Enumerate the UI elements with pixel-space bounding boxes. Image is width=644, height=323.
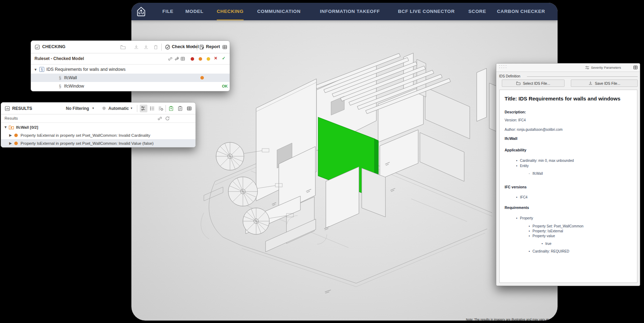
applicability-sub-item: IfcWall bbox=[532, 172, 632, 175]
requirement-sub: Property value bbox=[532, 234, 632, 238]
link-icon[interactable] bbox=[157, 116, 162, 121]
report-icon bbox=[199, 44, 205, 50]
folder-issues-icon bbox=[9, 125, 14, 129]
issue-label: Property IsExternal in property set Pset… bbox=[21, 141, 154, 145]
view-list-toggle[interactable] bbox=[150, 106, 155, 111]
nav-tab-bcf-live-connector[interactable]: BCF LIVE CONNECTOR bbox=[398, 3, 455, 20]
severity-parameters-button[interactable]: Severity Parameters bbox=[591, 66, 621, 69]
check-model-dropdown-caret[interactable]: ▾ bbox=[192, 45, 194, 48]
checking-panel: CHECKING Check Model ▾ Report Ruleset - … bbox=[31, 40, 230, 91]
layout-grid-icon[interactable] bbox=[222, 44, 228, 50]
rule-icon: § bbox=[59, 75, 61, 80]
refresh-icon[interactable] bbox=[165, 116, 170, 121]
results-section-label: Results bbox=[5, 116, 18, 120]
toolbar-divider bbox=[197, 44, 197, 51]
ruleset-root-row[interactable]: ▼ § IDS Requirements for walls and windo… bbox=[31, 65, 230, 74]
screenshot-stage: FILE MODEL CHECKING COMMUNICATION INFORM… bbox=[0, 0, 644, 323]
severity-yellow-dot[interactable] bbox=[207, 57, 210, 61]
check-model-icon bbox=[165, 44, 170, 50]
mode-dropdown[interactable]: Automatic bbox=[108, 106, 129, 111]
rule-row-ifcwall[interactable]: § IfcWall bbox=[31, 74, 230, 82]
checking-panel-icon bbox=[34, 44, 40, 50]
ruleset-root-label: IDS Requirements for walls and windows bbox=[46, 67, 125, 72]
open-ruleset-button[interactable] bbox=[120, 44, 126, 50]
expand-caret-icon[interactable]: ▶ bbox=[8, 141, 13, 145]
results-panel-title: RESULTS bbox=[12, 106, 32, 111]
import-button[interactable] bbox=[133, 44, 139, 50]
view-tree-toggle[interactable] bbox=[140, 105, 147, 112]
requirement-sub: Property: IsExternal bbox=[532, 229, 632, 233]
rule-icon: § bbox=[59, 84, 61, 89]
check-model-button[interactable]: Check Model bbox=[172, 44, 199, 49]
checking-panel-title: CHECKING bbox=[42, 44, 66, 49]
filter-dropdown-caret[interactable]: ▾ bbox=[92, 106, 94, 110]
wrench-icon[interactable] bbox=[174, 56, 179, 61]
rule-status-ok: OK bbox=[222, 84, 228, 88]
requirement-value: true bbox=[545, 242, 632, 246]
clipboard-up-icon[interactable] bbox=[168, 106, 174, 111]
entity-heading: IfcWall bbox=[505, 136, 632, 141]
layout-grid-icon[interactable] bbox=[633, 65, 638, 70]
ids-panel-titlebar: ⁚⁚⁚⁚ Severity Parameters bbox=[496, 63, 640, 72]
ids-definition-panel: ⁚⁚⁚⁚ Severity Parameters IDS Definition … bbox=[496, 63, 640, 286]
ruleset-icon: § bbox=[39, 67, 44, 72]
nav-tab-checking[interactable]: CHECKING bbox=[217, 3, 244, 20]
clipboard-icon[interactable] bbox=[177, 106, 183, 111]
ids-doc-title: Title: IDS Requirements for walls and wi… bbox=[505, 96, 632, 102]
link-icon[interactable] bbox=[168, 56, 173, 61]
nav-tab-score[interactable]: SCORE bbox=[468, 3, 486, 20]
download-icon bbox=[588, 81, 593, 85]
mode-dropdown-caret[interactable]: ▾ bbox=[131, 106, 132, 110]
rejected-x-icon[interactable]: ✕ bbox=[214, 56, 217, 61]
rule-status-orange-dot bbox=[200, 76, 204, 80]
filter-dropdown[interactable]: No Filtering bbox=[66, 106, 89, 111]
nav-tab-communication[interactable]: COMMUNICATION bbox=[257, 3, 301, 20]
severity-orange-dot[interactable] bbox=[199, 57, 202, 61]
ids-document: Title: IDS Requirements for walls and wi… bbox=[499, 90, 637, 283]
results-panel-titlebar: RESULTS No Filtering ▾ Automatic ▾ bbox=[1, 103, 196, 114]
select-ids-file-button[interactable]: Select IDS File... bbox=[502, 80, 565, 87]
view-list-settings-toggle[interactable] bbox=[158, 106, 163, 111]
expand-caret-icon[interactable]: ▶ bbox=[8, 133, 13, 137]
report-button[interactable]: Report bbox=[206, 44, 220, 49]
save-ids-file-button[interactable]: Save IDS File... bbox=[571, 80, 638, 87]
titlebar-handle-icons[interactable]: ⁚⁚⁚⁚ bbox=[499, 65, 508, 69]
result-issue-row[interactable]: ▶ Property IsExternal in property set Ps… bbox=[1, 131, 196, 139]
severity-red-dot[interactable] bbox=[191, 57, 194, 61]
top-nav-bar: FILE MODEL CHECKING COMMUNICATION INFORM… bbox=[131, 3, 558, 20]
ifc-version-item: IFC4 bbox=[520, 195, 632, 199]
accepted-check-icon[interactable]: ✓ bbox=[222, 56, 225, 61]
nav-tab-file[interactable]: FILE bbox=[162, 3, 174, 20]
export-button[interactable] bbox=[143, 44, 149, 50]
rule-label: IfcWall bbox=[64, 75, 77, 80]
severity-parameters-icon bbox=[585, 65, 590, 70]
author-line: Author: ronja.gustafsson@solibri.com bbox=[505, 128, 632, 132]
nav-tab-model[interactable]: MODEL bbox=[185, 3, 204, 20]
nav-tab-carbon-checker[interactable]: CARBON CHECKER bbox=[497, 3, 545, 20]
clipped-caption: Note: The results in imagery are illustr… bbox=[466, 318, 558, 321]
rule-row-ifcwindow[interactable]: § IfcWindow OK bbox=[31, 82, 230, 90]
collapse-caret-icon[interactable]: ▼ bbox=[33, 68, 38, 72]
results-panel-icon bbox=[5, 106, 10, 111]
version-line: Version: IFC4 bbox=[505, 118, 632, 122]
delete-button[interactable] bbox=[153, 44, 159, 50]
collapse-caret-icon[interactable]: ▼ bbox=[3, 125, 8, 129]
layout-grid-icon[interactable] bbox=[186, 106, 192, 111]
result-group-row[interactable]: ▼ IfcWall [0/2] bbox=[1, 123, 196, 131]
ruleset-label: Ruleset - Checked Model bbox=[34, 56, 84, 61]
result-issue-row-selected[interactable]: ▶ Property IsExternal in property set Ps… bbox=[1, 139, 196, 147]
toolbar-divider bbox=[166, 105, 166, 112]
app-logo-icon[interactable] bbox=[135, 5, 148, 18]
toolbar-divider bbox=[161, 44, 162, 51]
ruleset-header-row: Ruleset - Checked Model ✕ ✓ bbox=[31, 53, 230, 65]
toolbar-divider bbox=[137, 105, 137, 112]
auto-update-icon bbox=[101, 106, 107, 111]
nav-tab-information-takeoff[interactable]: INFORMATION TAKEOFF bbox=[320, 3, 380, 20]
applicability-item: Cardinality: min 0, max unbounded bbox=[520, 159, 632, 163]
results-panel: RESULTS No Filtering ▾ Automatic ▾ Resul… bbox=[1, 102, 196, 148]
checking-panel-titlebar: CHECKING Check Model ▾ Report bbox=[31, 41, 230, 53]
issue-severity-dot bbox=[14, 142, 18, 145]
requirements-heading: Requirements bbox=[505, 205, 632, 210]
applicability-heading: Applicability bbox=[505, 148, 632, 152]
table-icon[interactable] bbox=[180, 56, 185, 61]
